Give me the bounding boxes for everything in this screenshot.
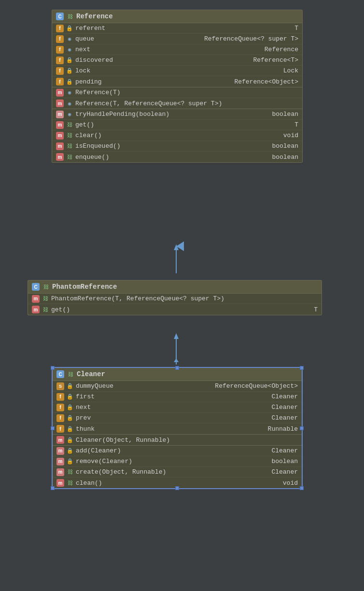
method-name: remove(Cleaner) <box>76 458 132 465</box>
field-type: ReferenceQueue<Object> <box>215 382 298 390</box>
reference-class-badge: C <box>56 13 64 20</box>
table-row[interactable]: m 🔒 Cleaner(Object, Runnable) <box>53 435 302 445</box>
table-row[interactable]: m 🔒 remove(Cleaner) boolean <box>53 456 302 467</box>
chain-icon: ⛓ <box>66 122 73 128</box>
field-name: next <box>76 404 91 411</box>
constructor-badge: m <box>56 89 64 97</box>
method-type: void <box>283 479 298 487</box>
field-name: next <box>75 46 90 53</box>
method-badge: m <box>56 447 64 455</box>
method-name: get() <box>51 306 70 313</box>
field-type: Cleaner <box>271 404 298 411</box>
svg-marker-7 <box>174 333 179 339</box>
field-type: Cleaner <box>271 393 298 400</box>
method-badge: m <box>56 142 64 150</box>
field-name: thunk <box>76 425 95 433</box>
method-type: void <box>283 132 298 139</box>
table-row[interactable]: f ◉ next Reference <box>52 44 302 55</box>
method-name: create(Object, Runnable) <box>76 468 166 476</box>
method-type: T <box>294 121 298 128</box>
table-row[interactable]: m ⛓ get() T <box>28 304 322 315</box>
method-type: boolean <box>272 111 298 118</box>
method-type: Cleaner <box>271 447 298 454</box>
handle-top-right[interactable] <box>300 366 304 370</box>
field-type: ReferenceQueue<? super T> <box>204 35 298 42</box>
lock-icon: 🔒 <box>67 415 73 422</box>
method-name: get() <box>75 121 94 128</box>
lock-icon: 🔒 <box>66 78 73 85</box>
handle-bottom-middle[interactable] <box>175 486 179 490</box>
cleaner-constructors: m 🔒 Cleaner(Object, Runnable) <box>53 435 302 445</box>
chain-icon: ⛓ <box>66 154 73 160</box>
lock-icon: 🔒 <box>67 458 73 465</box>
table-row[interactable]: f 🔒 discovered Reference<T> <box>52 55 302 66</box>
table-row[interactable]: f 🔒 pending Reference<Object> <box>52 76 302 87</box>
table-row[interactable]: f 🔒 thunk Runnable <box>53 423 302 434</box>
handle-middle-left[interactable] <box>51 426 55 430</box>
reference-constructors: m ◉ Reference(T) m ◉ Reference(T, Refere… <box>52 87 302 109</box>
method-badge: m <box>56 153 64 161</box>
lock-icon: 🔒 <box>66 68 73 74</box>
handle-bottom-right[interactable] <box>300 486 304 490</box>
field-type: Lock <box>283 67 298 74</box>
field-name: queue <box>75 35 94 42</box>
reference-class-header: C ⛓ Reference <box>52 10 302 23</box>
table-row[interactable]: f 🔒 referent T <box>52 23 302 34</box>
method-name: tryHandlePending(boolean) <box>75 111 169 118</box>
field-type: T <box>294 25 298 32</box>
table-row[interactable]: m ⛓ enqueue() boolean <box>52 152 302 162</box>
handle-top-left[interactable] <box>51 366 55 370</box>
field-name: prev <box>76 414 91 422</box>
reference-methods: m ◉ tryHandlePending(boolean) boolean m … <box>52 109 302 162</box>
table-row[interactable]: f 🔒 prev Cleaner <box>53 413 302 423</box>
svg-marker-5 <box>174 244 179 250</box>
method-name: clean() <box>76 479 102 487</box>
table-row[interactable]: m ◉ tryHandlePending(boolean) boolean <box>52 109 302 120</box>
field-badge: f <box>56 78 64 85</box>
field-badge: S <box>56 382 64 390</box>
table-row[interactable]: f 🔒 lock Lock <box>52 66 302 76</box>
field-name: lock <box>75 67 90 74</box>
handle-bottom-left[interactable] <box>51 486 55 490</box>
constructor-badge: m <box>56 99 64 107</box>
lock-icon: 🔒 <box>67 436 73 443</box>
field-badge: f <box>56 425 64 433</box>
constructor-name: Cleaner(Object, Runnable) <box>76 436 170 444</box>
table-row[interactable]: m ⛓ get() T <box>52 120 302 130</box>
field-name: referent <box>75 25 105 32</box>
lock-icon: 🔒 <box>67 425 73 432</box>
handle-middle-right[interactable] <box>300 426 304 430</box>
table-row[interactable]: f 🔒 first Cleaner <box>53 392 302 402</box>
method-badge: m <box>56 468 64 476</box>
field-badge: f <box>56 25 64 32</box>
field-type: Reference<Object> <box>234 78 298 85</box>
table-row[interactable]: f ◉ queue ReferenceQueue<? super T> <box>52 34 302 44</box>
phantom-class-header: C ⛓ PhantomReference <box>28 281 322 294</box>
field-type: Runnable <box>268 425 298 433</box>
phantom-reference-class-box[interactable]: C ⛓ PhantomReference m ⛓ PhantomReferenc… <box>28 280 322 315</box>
table-row[interactable]: m 🔒 add(Cleaner) Cleaner <box>53 446 302 456</box>
table-row[interactable]: m ⛓ create(Object, Runnable) Cleaner <box>53 467 302 478</box>
chain-icon: ⛓ <box>67 469 73 476</box>
field-badge: f <box>56 67 64 75</box>
reference-class-box[interactable]: C ⛓ Reference f 🔒 referent T f ◉ queue R… <box>52 10 303 163</box>
phantom-class-badge: C <box>32 283 40 291</box>
table-row[interactable]: m ◉ Reference(T, ReferenceQueue<? super … <box>52 98 302 109</box>
table-row[interactable]: m ◉ Reference(T) <box>52 87 302 98</box>
table-row[interactable]: m ⛓ clear() void <box>52 130 302 141</box>
table-row[interactable]: m ⛓ isEnqueued() boolean <box>52 141 302 152</box>
arrow-svg-2 <box>173 333 180 365</box>
constructor-name: Reference(T, ReferenceQueue<? super T>) <box>75 100 222 107</box>
arrow-svg-1 <box>173 244 180 273</box>
cleaner-class-box[interactable]: C ⛓ Cleaner S 🔒 dummyQueue ReferenceQueu… <box>52 367 303 489</box>
handle-top-middle[interactable] <box>175 366 179 370</box>
method-badge: m <box>56 111 64 118</box>
reference-fields: f 🔒 referent T f ◉ queue ReferenceQueue<… <box>52 23 302 87</box>
table-row[interactable]: f 🔒 next Cleaner <box>53 402 302 413</box>
constructor-name: PhantomReference(T, ReferenceQueue<? sup… <box>51 295 224 302</box>
method-badge: m <box>56 132 64 140</box>
table-row[interactable]: S 🔒 dummyQueue ReferenceQueue<Object> <box>53 381 302 392</box>
method-name: isEnqueued() <box>75 142 121 150</box>
phantom-access-icon: ⛓ <box>42 283 49 290</box>
table-row[interactable]: m ⛓ PhantomReference(T, ReferenceQueue<?… <box>28 294 322 304</box>
